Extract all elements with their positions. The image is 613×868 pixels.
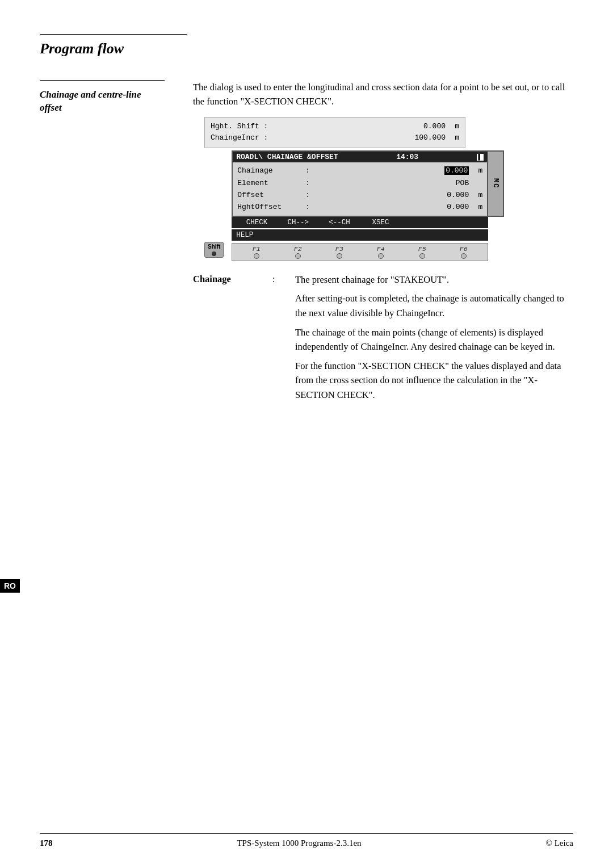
screen-row-offset: Offset : 0.000 m [237, 189, 482, 201]
shift-key-label: Shift [208, 244, 220, 250]
screen-sidebar-mc: MC [488, 150, 504, 217]
screen: ROADL\ CHAINAGE &OFFSET 14:03 ▌ Chainage [232, 150, 488, 217]
section-body: The dialog is used to enter the longitud… [193, 81, 573, 109]
screen-row-element: Element : POB [237, 177, 482, 189]
def-sep: : [272, 272, 284, 402]
section-heading-col: Chainage and centre-line offset [40, 81, 176, 408]
screen-title-bar: ROADL\ CHAINAGE &OFFSET 14:03 ▌ [233, 152, 487, 162]
footer: 178 TPS-System 1000 Programs-2.3.1en © L… [40, 833, 573, 848]
key-f4-circle [378, 253, 384, 259]
key-f3-circle [337, 253, 342, 259]
offset-value: 0.000 [312, 189, 469, 201]
section-row: Chainage and centre-line offset The dial… [40, 81, 573, 408]
footer-document: TPS-System 1000 Programs-2.3.1en [237, 838, 361, 848]
section-heading-line1: Chainage and centre-line [40, 89, 176, 102]
ro-label: RO [0, 579, 20, 593]
def-term: Chainage [193, 272, 261, 402]
screen-indicator: ▌ [477, 154, 484, 161]
info-label-2: ChaingeIncr : [211, 132, 279, 144]
info-value-1: 0.000 [279, 121, 446, 133]
fn-ch-back[interactable]: <--CH [319, 219, 360, 227]
hghtoffset-label: HghtOffset [237, 201, 305, 213]
screen-row-hghtoffset: HghtOffset : 0.000 m [237, 201, 482, 213]
offset-label: Offset [237, 189, 305, 201]
fn-empty-5 [401, 219, 443, 227]
key-f4[interactable]: F4 [360, 245, 401, 259]
key-f6[interactable]: F6 [443, 245, 484, 259]
fn-xsec[interactable]: XSEC [360, 219, 401, 227]
screen-block: ROADL\ CHAINAGE &OFFSET 14:03 ▌ Chainage [232, 150, 504, 261]
hghtoffset-value: 0.000 [312, 201, 469, 213]
key-f5-circle [419, 253, 425, 259]
fn-bar-row1: CHECK CH--> <--CH XSEC [232, 217, 488, 228]
info-value-2: 100.000 [279, 132, 446, 144]
def-body: The present chainage for "STAKEOUT". Aft… [295, 272, 573, 402]
key-f1-circle [254, 253, 259, 259]
key-f3[interactable]: F3 [318, 245, 360, 259]
shift-key[interactable]: Shift [204, 242, 224, 258]
info-unit-2: m [448, 132, 459, 144]
screen-title: ROADL\ CHAINAGE &OFFSET [236, 153, 338, 161]
screen-wrapper: ROADL\ CHAINAGE &OFFSET 14:03 ▌ Chainage [232, 150, 504, 217]
section-content-col: The dialog is used to enter the longitud… [193, 81, 573, 408]
page-title: Program flow [40, 40, 573, 57]
fn-empty-6 [443, 219, 484, 227]
def-row-chainage: Chainage : The present chainage for "STA… [193, 272, 573, 402]
def-para-3: The chainage of the main points (change … [295, 325, 573, 354]
key-f2[interactable]: F2 [277, 245, 318, 259]
info-row-2: ChaingeIncr : 100.000 m [211, 132, 459, 144]
def-para-2: After setting-out is completed, the chai… [295, 291, 573, 320]
chainage-value: 0.000 [444, 166, 469, 175]
element-label: Element [237, 177, 305, 189]
page: Program flow Chainage and centre-line of… [0, 0, 613, 868]
key-f1[interactable]: F1 [236, 245, 277, 259]
key-f2-circle [295, 253, 301, 259]
definition-section: Chainage : The present chainage for "STA… [193, 272, 573, 402]
section-heading-line2: offset [40, 102, 176, 115]
key-row: F1 F2 F3 F4 [232, 243, 488, 261]
fn-check[interactable]: CHECK [236, 219, 278, 227]
footer-copyright: © Leica [546, 838, 573, 848]
screen-content: Chainage : 0.000 m Element : [233, 162, 487, 216]
fn-help[interactable]: HELP [236, 231, 253, 239]
element-value: POB [312, 177, 469, 189]
fn-bar-row2: HELP [232, 229, 488, 241]
def-para-4: For the function "X-SECTION CHECK" the v… [295, 359, 573, 402]
chainage-label: Chainage [237, 165, 305, 177]
fn-ch-fwd[interactable]: CH--> [278, 219, 319, 227]
info-label-1: Hght. Shift : [211, 121, 279, 133]
info-box: Hght. Shift : 0.000 m ChaingeIncr : 100.… [204, 117, 465, 149]
top-rule [40, 34, 187, 35]
screen-time: 14:03 [396, 153, 418, 161]
footer-page-number: 178 [40, 838, 53, 848]
device-area: Hght. Shift : 0.000 m ChaingeIncr : 100.… [204, 117, 573, 261]
def-para-1: The present chainage for "STAKEOUT". [295, 272, 573, 287]
screen-row-chainage: Chainage : 0.000 m [237, 165, 482, 177]
info-row-1: Hght. Shift : 0.000 m [211, 121, 459, 133]
info-unit-1: m [448, 121, 459, 133]
sidebar-label: MC [492, 178, 499, 188]
key-f6-circle [461, 253, 467, 259]
key-f5[interactable]: F5 [401, 245, 443, 259]
